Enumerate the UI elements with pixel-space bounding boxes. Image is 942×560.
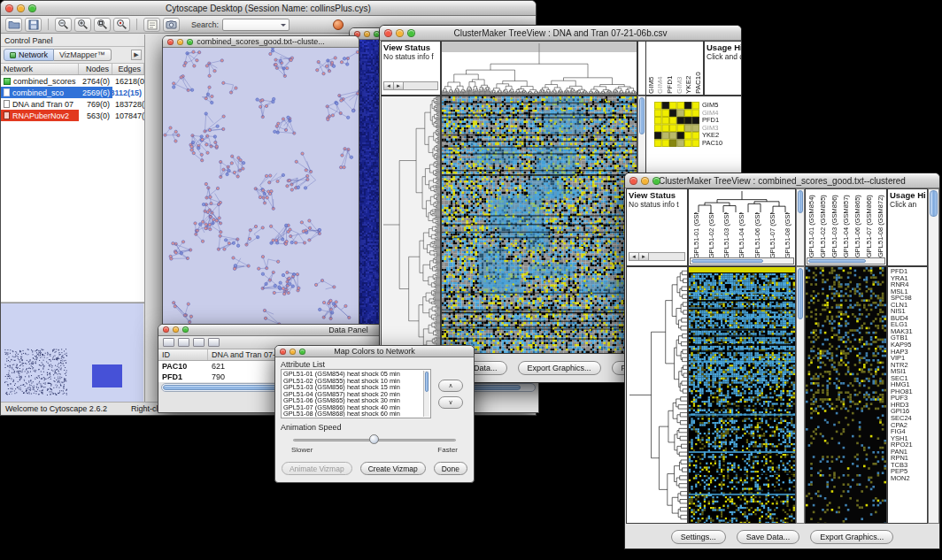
export-graphics-button[interactable]: Export Graphics... [518, 361, 601, 375]
network-table-row[interactable]: combined_sco 2569(6) 13112(15) [1, 87, 144, 98]
header-edges[interactable]: Edges [112, 64, 144, 74]
scrollbar-thumb[interactable] [425, 372, 429, 392]
column-dendrogram-canvas[interactable] [442, 42, 637, 95]
far-right-vscrollbar[interactable] [928, 188, 939, 524]
close-button[interactable] [629, 177, 637, 185]
column-label[interactable]: GIM5 [647, 42, 655, 94]
zoom-button[interactable] [299, 349, 305, 355]
column-label[interactable]: GIM4 [656, 42, 664, 94]
animate-vizmap-button[interactable]: Animate Vizmap [282, 462, 352, 475]
close-button[interactable] [167, 39, 174, 45]
treeview-combined-titlebar[interactable]: ClusterMaker TreeView : combined_scores_… [625, 173, 939, 188]
column-label[interactable]: GPL51-07 (GSM866) [768, 212, 776, 258]
column-label[interactable]: GPL51-01 (GSM854) [807, 190, 815, 257]
attribute-listbox[interactable]: GPL51-01 (GSM854) heat shock 05 minGPL51… [281, 369, 431, 418]
scrollbar-thumb[interactable] [639, 97, 645, 134]
create-attribute-icon[interactable] [178, 338, 189, 347]
tab-vizmapper[interactable]: VizMapper™ [54, 49, 112, 61]
scrollbar-thumb[interactable] [930, 190, 938, 217]
close-button[interactable] [5, 4, 13, 12]
row-dendrogram-canvas[interactable] [627, 267, 687, 523]
minimize-button[interactable] [173, 326, 179, 333]
header-network[interactable]: Network [1, 64, 79, 74]
row-dendrogram-canvas[interactable] [382, 96, 440, 353]
attribute-matrix-icon[interactable] [193, 338, 205, 347]
minimize-button[interactable] [364, 31, 370, 37]
column-label[interactable]: GPL51-01 (GSM854) [692, 212, 700, 258]
birdseye-canvas[interactable] [1, 303, 143, 402]
scroll-left-icon[interactable]: ◄ [629, 253, 639, 260]
column-label[interactable]: GPL51-04 (GSM857) [737, 212, 745, 258]
minimize-button[interactable] [396, 29, 404, 37]
matrix-label[interactable]: PAC10 [702, 140, 722, 148]
treeview-dna-titlebar[interactable]: ClusterMaker TreeView : DNA and Tran 07-… [380, 26, 741, 41]
gene-label[interactable]: MON2 [891, 475, 927, 482]
correlation-matrix-canvas[interactable] [654, 102, 699, 147]
minimize-button[interactable] [177, 39, 183, 45]
zoom-fit-button[interactable] [94, 18, 111, 32]
plugin-icon[interactable] [333, 19, 344, 30]
column-label[interactable]: GPL51-06 (GSM865) [753, 212, 761, 258]
network-table-row[interactable]: RNAPuberNov2 563(0) 107847(0) [1, 110, 144, 121]
main-titlebar[interactable]: Cytoscape Desktop (Session Name: collins… [1, 1, 536, 16]
open-session-button[interactable] [5, 18, 22, 32]
scroll-left-icon[interactable]: ◄ [384, 82, 394, 89]
create-vizmap-button[interactable]: Create Vizmap [360, 462, 426, 475]
zoom-in-button[interactable] [74, 18, 91, 32]
column-dendrogram-canvas[interactable] [689, 189, 795, 212]
search-input[interactable] [222, 19, 290, 31]
heatmap-canvas[interactable] [689, 267, 795, 523]
network-table-row[interactable]: combined_scores 2764(0) 16218(0) [1, 75, 144, 87]
column-label[interactable]: YKE2 [684, 42, 692, 94]
column-label[interactable]: GPL51-04 (GSM857) [842, 190, 850, 257]
snapshot-button[interactable] [163, 18, 180, 32]
network-view-canvas[interactable] [163, 48, 359, 327]
column-label[interactable]: GPL51-08 (GSM872) [784, 212, 791, 258]
close-button[interactable] [280, 349, 286, 355]
mini-hscrollbar[interactable]: ◄ ► [383, 81, 438, 90]
column-label[interactable]: GPL51-06 (GSM865) [853, 190, 861, 257]
zoom-selected-button[interactable] [113, 18, 130, 32]
minimize-button[interactable] [17, 4, 25, 12]
save-data-button[interactable]: Save Data... [737, 530, 800, 544]
dialog-titlebar[interactable]: Map Colors to Network [275, 346, 474, 357]
mini-hscrollbar[interactable]: ◄ ► [629, 252, 685, 261]
slider-thumb[interactable] [369, 434, 379, 444]
done-button[interactable]: Done [434, 462, 467, 475]
animation-speed-slider[interactable] [293, 434, 456, 445]
zoom-button[interactable] [187, 39, 193, 45]
tab-network[interactable]: Network [4, 49, 54, 61]
column-hscrollbar[interactable] [690, 257, 794, 265]
minimize-button[interactable] [290, 349, 296, 355]
close-button[interactable] [163, 326, 169, 333]
listbox-vscrollbar[interactable] [423, 371, 429, 417]
column-label[interactable]: GPL51-02 (GSM855) [707, 212, 715, 258]
move-up-button[interactable]: ∧ [438, 380, 463, 392]
zoom-button[interactable] [407, 29, 415, 37]
export-graphics-button[interactable]: Export Graphics... [810, 530, 893, 544]
birdseye-view[interactable] [1, 303, 144, 402]
heatmap-vscrollbar[interactable] [796, 266, 805, 524]
zoom-button[interactable] [652, 177, 660, 185]
settings-button[interactable]: Settings... [671, 530, 726, 544]
heatmap-canvas[interactable] [442, 96, 637, 353]
move-down-button[interactable]: ∨ [438, 396, 463, 409]
column-label[interactable]: GPL51-08 (GSM872) [876, 190, 884, 257]
column-hscrollbar[interactable] [807, 257, 885, 265]
top-vscrollbar[interactable] [796, 188, 805, 266]
header-nodes[interactable]: Nodes [79, 64, 112, 74]
zoom-button[interactable] [28, 4, 36, 12]
scrollbar-thumb[interactable] [798, 190, 803, 213]
annotation-button[interactable] [143, 18, 160, 32]
column-label[interactable]: PAC10 [694, 42, 702, 94]
scroll-right-icon[interactable]: ► [394, 82, 404, 89]
network-window-titlebar[interactable]: combined_scores_good.txt--cluste... [163, 36, 359, 48]
panel-expand-button[interactable]: ▶ [131, 50, 142, 60]
close-button[interactable] [384, 29, 392, 37]
header-id[interactable]: ID [158, 349, 208, 360]
column-label[interactable]: GIM3 [676, 42, 683, 94]
column-label[interactable]: GPL51-03 (GSM856) [722, 212, 730, 258]
minimize-button[interactable] [641, 177, 649, 185]
network-table-row[interactable]: DNA and Tran 07 769(0) 183728(0) [1, 98, 144, 110]
secondary-heatmap-canvas[interactable] [806, 267, 886, 523]
